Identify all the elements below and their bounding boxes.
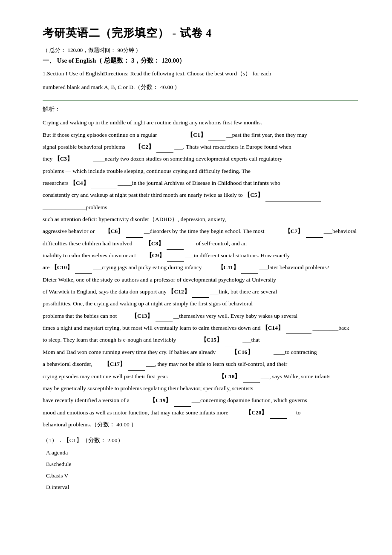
question1-options: A.agenda B.schedule C.basis V D.interval xyxy=(46,447,358,493)
page-title: 考研英语二（完形填空） - 试卷 4 xyxy=(43,26,358,40)
option-a[interactable]: A.agenda xyxy=(46,447,358,458)
option-c[interactable]: C.basis V xyxy=(46,470,358,481)
passage-line22: may be genetically susceptible to proble… xyxy=(43,382,358,394)
passage-line12: are 【C10】 ___crying jags and picky eatin… xyxy=(43,262,358,273)
passage-line1: Crying and waking up in the middle of ni… xyxy=(43,117,358,129)
option-d[interactable]: D.interval xyxy=(46,481,358,493)
passage-line25: behavioral problems.（分数： 40.00 ） xyxy=(43,419,358,431)
passage-line7: consistently cry and wakeup at night pas… xyxy=(43,189,358,213)
passage: Crying and waking up in the middle of ni… xyxy=(43,117,358,431)
passage-line9: aggressive behavior or 【C6】 __disorders … xyxy=(43,225,358,237)
passage-line19: Mom and Dad won come running every time … xyxy=(43,346,358,358)
passage-line21: crying episodes may continue well past t… xyxy=(43,371,358,382)
meta-total-score: （ 总分： 120.00，做题时间： 90分钟 ） xyxy=(43,46,358,54)
passage-line11: inability to calm themselves down or act… xyxy=(43,250,358,262)
passage-line15: possibilities. One, the crying and wakin… xyxy=(43,298,358,310)
passage-line10: difficulties these children had involved… xyxy=(43,238,358,250)
passage-line20: a behavioral disorder, 【C17】 ___, they m… xyxy=(43,358,358,370)
passage-line16: problems that the babies can not 【C13】 _… xyxy=(43,310,358,322)
passage-line14: of Warwick in England, says the data don… xyxy=(43,286,358,298)
passage-line3: signal possible behavioral problems 【C2】… xyxy=(43,141,358,153)
passage-line2: But if those crying episodes continue on… xyxy=(43,129,358,141)
section-header: 一、 Use of English（ 总题数： 3，分数： 120.00） xyxy=(43,57,358,65)
passage-line6: researchers 【C4】 _____in the journal Arc… xyxy=(43,177,358,189)
passage-line5: problems — which include trouble sleepin… xyxy=(43,165,358,177)
question1-label: （1）．【C1】（分数： 2.00） xyxy=(43,435,358,446)
passage-line13: Dieter Wolke, one of the study co-author… xyxy=(43,274,358,286)
passage-line4: they 【C3】 ____nearly two dozen studies o… xyxy=(43,153,358,165)
directions-line2: numbered blank and mark A, B, C or D.（分数… xyxy=(43,82,358,93)
passage-line23: have recently identified a version of a … xyxy=(43,394,358,406)
analysis-label: 解析： xyxy=(43,106,358,113)
divider xyxy=(43,100,358,101)
passage-line17: times a night and maystart crying, but m… xyxy=(43,322,358,334)
passage-line8: such as attention deficit hyperactivity … xyxy=(43,213,358,225)
passage-line24: mood and emotions as well as motor funct… xyxy=(43,407,358,419)
passage-line18: to sleep. They learn that enough is e-no… xyxy=(43,334,358,346)
directions-line1: 1.Section I Use of EnglishDirections: Re… xyxy=(43,68,358,79)
option-b[interactable]: B.schedule xyxy=(46,458,358,470)
